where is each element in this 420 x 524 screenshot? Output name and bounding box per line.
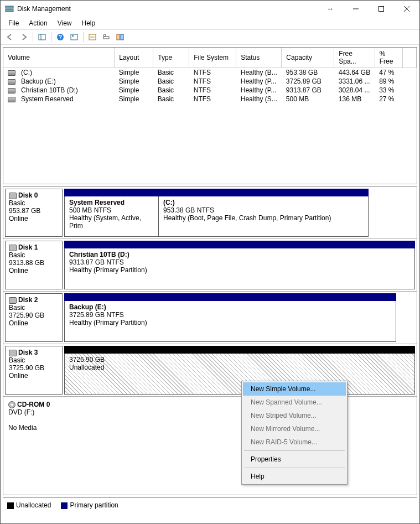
svg-rect-15 [117, 34, 120, 40]
menu-action[interactable]: Action [24, 18, 51, 28]
menu-file[interactable]: File [4, 18, 23, 28]
disk-graphical-view: Disk 0 Basic 953.87 GB Online System Res… [3, 186, 417, 495]
disk-row: Disk 0 Basic 953.87 GB Online System Res… [3, 187, 417, 239]
cell-layout: Simple [115, 77, 153, 86]
help-button[interactable]: ? [54, 31, 66, 43]
col-layout[interactable]: Layout [115, 48, 153, 68]
col-capacity[interactable]: Capacity [282, 48, 334, 68]
cell-free: 136 MB [334, 95, 375, 103]
disk-info[interactable]: Disk 1 Basic 9313.88 GB Online [5, 241, 63, 289]
cell-status: Healthy (B... [236, 68, 282, 77]
show-hide-console-tree-button[interactable] [36, 31, 48, 43]
svg-point-14 [103, 34, 106, 37]
menu-bar: File Action View Help [1, 17, 419, 29]
cell-type: Basic [153, 86, 189, 95]
cell-capacity: 9313.87 GB [282, 86, 334, 95]
cell-free: 3331.06 ... [334, 77, 375, 86]
disk-info[interactable]: CD-ROM 0 DVD (F:) No Media [5, 398, 63, 448]
ctx-separator [244, 468, 345, 468]
col-free-space[interactable]: Free Spa... [334, 48, 375, 68]
cell-capacity: 953.38 GB [282, 68, 334, 77]
forward-button[interactable] [18, 31, 30, 43]
table-row[interactable]: Christian 10TB (D:)SimpleBasicNTFSHealth… [3, 86, 417, 95]
title-bar: Disk Management ↔ [1, 1, 419, 17]
refresh-button[interactable] [86, 31, 98, 43]
table-row[interactable]: (C:)SimpleBasicNTFSHealthy (B...953.38 G… [3, 68, 417, 77]
cell-status: Healthy (S... [236, 95, 282, 103]
menu-help[interactable]: Help [77, 18, 100, 28]
partition[interactable]: Christian 10TB (D:) 9313.87 GB NTFS Heal… [65, 248, 414, 289]
ctx-new-spanned-volume[interactable]: New Spanned Volume... [243, 396, 346, 409]
disk-icon [9, 350, 17, 356]
cell-pct: 47 % [375, 68, 402, 77]
cell-type: Basic [153, 68, 189, 77]
col-volume[interactable]: Volume [3, 48, 115, 68]
partition-header-bar [64, 293, 396, 301]
disk-state: No Media [8, 424, 59, 432]
ctx-new-simple-volume[interactable]: New Simple Volume... [243, 382, 346, 396]
partition-status: Healthy (Primary Partition) [69, 266, 410, 274]
partition[interactable]: (C:) 953.38 GB NTFS Healthy (Boot, Page … [159, 196, 368, 236]
disk-row: Disk 2 Basic 3725.90 GB Online Backup (E… [3, 292, 417, 344]
cell-status: Healthy (P... [236, 86, 282, 95]
menu-view[interactable]: View [53, 18, 76, 28]
disk-name: Disk 2 [18, 296, 38, 304]
partition-size: 500 MB NTFS [69, 206, 154, 214]
ctx-properties[interactable]: Properties [243, 453, 346, 466]
volume-list[interactable]: Volume Layout Type File System Status Ca… [3, 47, 417, 184]
col-filesystem[interactable]: File System [189, 48, 236, 68]
partition[interactable]: System Reserved 500 MB NTFS Healthy (Sys… [65, 196, 159, 236]
svg-rect-10 [71, 34, 77, 40]
col-percent-free[interactable]: % Free [375, 48, 402, 68]
disk-size: 3725.90 GB [9, 312, 59, 319]
disk-info[interactable]: Disk 2 Basic 3725.90 GB Online [5, 293, 63, 342]
disk-row: Disk 3 Basic 3725.90 GB Online 3725.90 G… [3, 344, 417, 397]
legend-label: Unallocated [16, 501, 51, 509]
col-type[interactable]: Type [153, 48, 189, 68]
disk-name: Disk 0 [18, 191, 38, 199]
move-grip-icon: ↔ [318, 5, 343, 13]
ctx-new-striped-volume[interactable]: New Striped Volume... [243, 409, 346, 422]
col-status[interactable]: Status [236, 48, 282, 68]
maximize-button[interactable] [369, 1, 394, 17]
svg-rect-16 [121, 34, 123, 40]
disk-type: Basic [9, 356, 59, 364]
rescan-disks-button[interactable] [100, 31, 112, 43]
drive-icon [8, 88, 15, 94]
partition-status: Unallocated [69, 364, 410, 371]
partition-size: 9313.87 GB NTFS [69, 258, 410, 266]
drive-icon [8, 70, 15, 76]
cell-capacity: 500 MB [282, 95, 334, 103]
disk-icon [9, 193, 17, 199]
cell-volume: Christian 10TB (D:) [17, 86, 115, 95]
partition-header-bar [64, 241, 415, 248]
disk-row: Disk 1 Basic 9313.88 GB Online Christian… [3, 239, 417, 292]
partition-size: 3725.89 GB NTFS [69, 311, 391, 319]
ctx-new-raid5-volume[interactable]: New RAID-5 Volume... [243, 435, 346, 449]
svg-rect-11 [72, 35, 74, 37]
cell-layout: Simple [115, 95, 153, 103]
back-button[interactable] [4, 31, 16, 43]
ctx-help[interactable]: Help [243, 470, 346, 483]
settings-button[interactable] [68, 31, 80, 43]
disk-type: Basic [9, 251, 59, 259]
cell-layout: Simple [115, 68, 153, 77]
table-row[interactable]: System ReservedSimpleBasicNTFSHealthy (S… [3, 95, 417, 103]
cell-volume: System Reserved [17, 95, 115, 103]
close-button[interactable] [394, 1, 419, 17]
ctx-new-mirrored-volume[interactable]: New Mirrored Volume... [243, 422, 346, 435]
disk-icon [9, 245, 17, 251]
action-list-button[interactable] [114, 31, 126, 43]
disk-type: DVD (F:) [8, 408, 59, 416]
cell-pct: 27 % [375, 95, 402, 103]
cell-pct: 89 % [375, 77, 402, 86]
partition-name: Christian 10TB (D:) [69, 251, 410, 258]
disk-info[interactable]: Disk 3 Basic 3725.90 GB Online [5, 346, 63, 395]
table-row[interactable]: Backup (E:)SimpleBasicNTFSHealthy (P...3… [3, 77, 417, 86]
unallocated-space[interactable]: 3725.90 GB Unallocated [65, 354, 414, 394]
disk-info[interactable]: Disk 0 Basic 953.87 GB Online [5, 189, 63, 237]
minimize-button[interactable] [343, 1, 369, 17]
partition-status: Healthy (System, Active, Prim [69, 214, 154, 230]
partition[interactable]: Backup (E:) 3725.89 GB NTFS Healthy (Pri… [65, 301, 396, 341]
partition-name: (C:) [163, 199, 364, 206]
